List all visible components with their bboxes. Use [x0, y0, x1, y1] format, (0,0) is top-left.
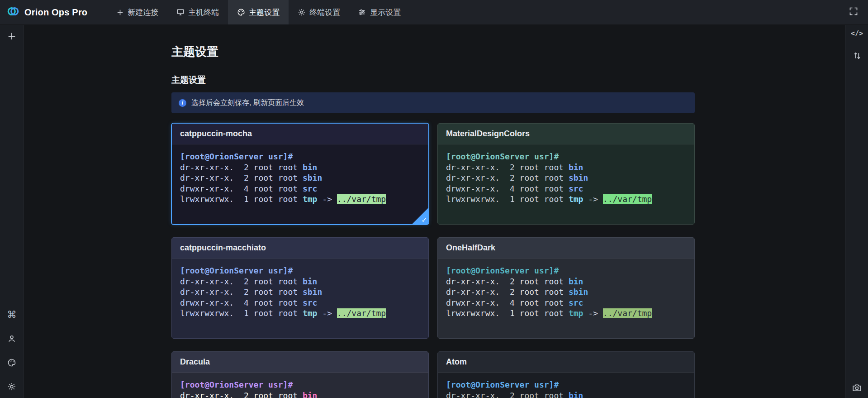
terminal-text-text: dr-xr-xr-x. 2 root root — [180, 163, 303, 172]
theme-card-catppuccin-mocha[interactable]: catppuccin-mocha [root@OrionServer usr]#… — [171, 123, 429, 225]
terminal-text-text: -> — [317, 194, 337, 204]
terminal-preview: [root@OrionServer usr]#dr-xr-xr-x. 2 roo… — [438, 144, 694, 211]
fullscreen-button[interactable] — [849, 7, 868, 18]
display-settings-icon — [358, 8, 366, 16]
terminal-text-dir: src — [303, 184, 318, 193]
terminal-text-dir: src — [303, 298, 318, 307]
terminal-preview: [root@OrionServer usr]#dr-xr-xr-x. 2 roo… — [172, 373, 428, 398]
terminal-line: drwxr-xr-x. 4 root root src — [446, 183, 686, 194]
terminal-text-link: tmp — [569, 194, 583, 204]
command-glyph: ⌘ — [7, 310, 17, 320]
theme-card-dracula[interactable]: Dracula [root@OrionServer usr]#dr-xr-xr-… — [171, 351, 429, 398]
sidebar-bottom-icons: ⌘ — [7, 310, 17, 398]
terminal-monitor-icon — [176, 8, 185, 16]
theme-card-title: catppuccin-mocha — [172, 124, 428, 144]
add-connection-button[interactable] — [7, 31, 17, 43]
main-content: 主题设置 主题设置 i 选择后会立刻保存, 刷新页面后生效 catppuccin… — [24, 25, 845, 398]
terminal-line: drwxr-xr-x. 4 root root src — [180, 183, 420, 194]
terminal-text-text: drwxr-xr-x. 4 root root — [446, 298, 569, 307]
terminal-line: lrwxrwxrwx. 1 root root tmp -> ../var/tm… — [446, 308, 686, 319]
terminal-text-link: tmp — [303, 308, 318, 318]
nav-item-theme-settings[interactable]: 主题设置 — [228, 0, 289, 24]
code-icon[interactable]: </> — [851, 29, 863, 38]
user-icon[interactable] — [7, 334, 17, 344]
terminal-text-prompt: [root@OrionServer usr]# — [446, 266, 559, 275]
terminal-text-text: dr-xr-xr-x. 2 root root — [446, 277, 569, 286]
terminal-line: [root@OrionServer usr]# — [180, 379, 420, 390]
terminal-text-dir: bin — [303, 391, 318, 398]
nav-item-label: 终端设置 — [309, 7, 340, 18]
alert-text: 选择后会立刻保存, 刷新页面后生效 — [191, 98, 304, 108]
terminal-text-text: dr-xr-xr-x. 2 root root — [180, 173, 303, 182]
terminal-text-dir: src — [569, 184, 583, 193]
settings-gear-icon[interactable] — [7, 382, 17, 392]
terminal-text-dir: bin — [569, 391, 583, 398]
theme-card-catppuccin-macchiato[interactable]: catppuccin-macchiato [root@OrionServer u… — [171, 237, 429, 339]
terminal-text-prompt: [root@OrionServer usr]# — [446, 152, 559, 161]
terminal-line: drwxr-xr-x. 4 root root src — [446, 297, 686, 308]
theme-card-title: catppuccin-macchiato — [172, 238, 428, 259]
nav-item-label: 主题设置 — [249, 7, 280, 18]
right-sidebar-top-icons: </> — [851, 25, 863, 60]
terminal-preview: [root@OrionServer usr]#dr-xr-xr-x. 2 roo… — [438, 259, 694, 326]
right-sidebar-bottom-icons — [852, 383, 862, 398]
command-icon[interactable]: ⌘ — [7, 310, 17, 320]
terminal-text-hl: ../var/tmp — [337, 308, 386, 318]
info-alert: i 选择后会立刻保存, 刷新页面后生效 — [171, 92, 695, 113]
sort-icon[interactable] — [853, 51, 862, 60]
app-root: Orion Ops Pro 新建连接 主机终端 — [0, 0, 868, 398]
page-title: 主题设置 — [171, 44, 695, 60]
nav-menu: 新建连接 主机终端 主题设置 — [107, 0, 410, 24]
app-logo-icon — [6, 5, 20, 20]
terminal-line: [root@OrionServer usr]# — [180, 151, 420, 162]
theme-palette-icon[interactable] — [7, 358, 17, 368]
terminal-text-prompt: [root@OrionServer usr]# — [180, 152, 293, 161]
terminal-text-hl: ../var/tmp — [337, 194, 386, 204]
theme-palette-icon — [237, 8, 245, 16]
terminal-line: dr-xr-xr-x. 2 root root bin — [446, 390, 686, 398]
terminal-text-text: dr-xr-xr-x. 2 root root — [446, 173, 569, 182]
theme-card-onehalfdark[interactable]: OneHalfDark [root@OrionServer usr]#dr-xr… — [437, 237, 695, 339]
plus-icon — [7, 35, 17, 43]
nav-item-new-connection[interactable]: 新建连接 — [107, 0, 167, 24]
terminal-line: lrwxrwxrwx. 1 root root tmp -> ../var/tm… — [180, 308, 420, 319]
theme-card-materialdesigncolors[interactable]: MaterialDesignColors [root@OrionServer u… — [437, 123, 695, 225]
terminal-text-dir: bin — [569, 277, 583, 286]
terminal-text-dir: sbin — [303, 287, 322, 297]
plus-icon — [116, 9, 124, 16]
terminal-line: dr-xr-xr-x. 2 root root bin — [180, 276, 420, 287]
terminal-line: drwxr-xr-x. 4 root root src — [180, 297, 420, 308]
terminal-preview: [root@OrionServer usr]#dr-xr-xr-x. 2 roo… — [438, 373, 694, 398]
terminal-text-text: -> — [583, 308, 602, 318]
nav-item-host-terminal[interactable]: 主机终端 — [167, 0, 228, 24]
terminal-text-text: dr-xr-xr-x. 2 root root — [180, 277, 303, 286]
top-navbar: Orion Ops Pro 新建连接 主机终端 — [0, 0, 868, 25]
terminal-text-text: lrwxrwxrwx. 1 root root — [180, 194, 303, 204]
theme-card-title: MaterialDesignColors — [438, 124, 694, 144]
right-sidebar: </> — [845, 25, 868, 398]
screenshot-camera-icon[interactable] — [852, 383, 862, 393]
nav-item-display-settings[interactable]: 显示设置 — [349, 0, 410, 24]
terminal-text-dir: bin — [303, 163, 318, 172]
terminal-text-dir: bin — [569, 163, 583, 172]
terminal-line: [root@OrionServer usr]# — [446, 379, 686, 390]
terminal-text-text: dr-xr-xr-x. 2 root root — [446, 163, 569, 172]
terminal-text-text: lrwxrwxrwx. 1 root root — [446, 194, 569, 204]
terminal-text-dir: sbin — [569, 173, 588, 182]
nav-item-label: 主机终端 — [188, 7, 219, 18]
terminal-text-text: drwxr-xr-x. 4 root root — [180, 184, 303, 193]
info-icon: i — [179, 99, 186, 107]
terminal-text-text: -> — [317, 308, 337, 318]
terminal-text-text: dr-xr-xr-x. 2 root root — [180, 391, 303, 398]
theme-card-atom[interactable]: Atom [root@OrionServer usr]#dr-xr-xr-x. … — [437, 351, 695, 398]
terminal-line: lrwxrwxrwx. 1 root root tmp -> ../var/tm… — [446, 194, 686, 205]
terminal-text-dir: sbin — [569, 287, 588, 297]
brand[interactable]: Orion Ops Pro — [0, 5, 97, 20]
terminal-text-dir: sbin — [303, 173, 322, 182]
nav-item-label: 显示设置 — [370, 7, 401, 18]
terminal-line: [root@OrionServer usr]# — [180, 265, 420, 276]
terminal-text-text: lrwxrwxrwx. 1 root root — [180, 308, 303, 318]
nav-item-terminal-settings[interactable]: 终端设置 — [289, 0, 349, 24]
terminal-text-text: lrwxrwxrwx. 1 root root — [446, 308, 569, 318]
section-title: 主题设置 — [171, 74, 695, 86]
